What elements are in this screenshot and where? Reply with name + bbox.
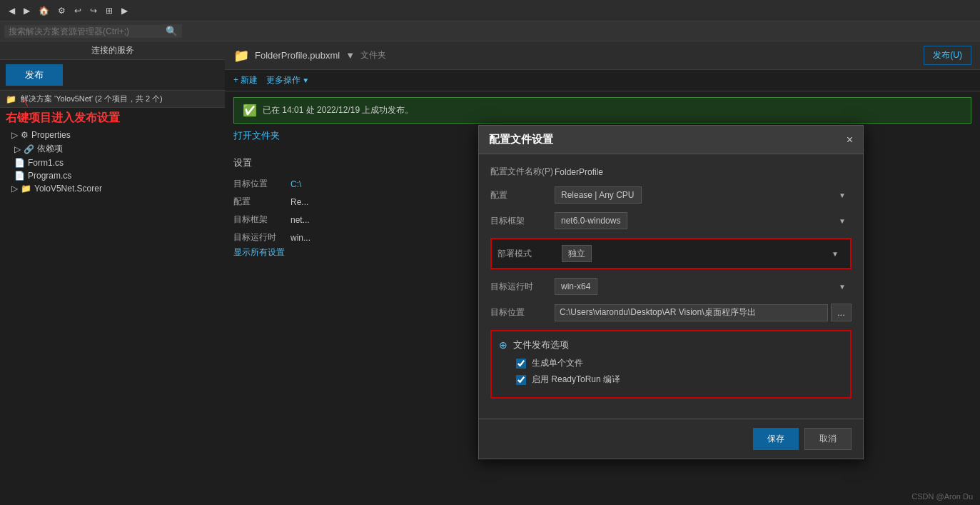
- field-target-runtime: 目标运行时 win-x64: [490, 278, 852, 295]
- success-message: 已在 14:01 处 2022/12/19 上成功发布。: [263, 104, 413, 116]
- label-target-location: 目标位置: [490, 306, 555, 319]
- tree-item-scorer[interactable]: ▷ 📁 YoloV5Net.Scorer: [0, 182, 225, 195]
- select-runtime[interactable]: win-x64: [555, 278, 597, 295]
- dialog-titlebar: 配置文件设置 ×: [479, 126, 863, 154]
- arrow-icon: ▷: [11, 184, 18, 194]
- arrow-icon: ▷: [14, 144, 21, 154]
- checkbox-row-readytorun: 启用 ReadyToRun 编译: [499, 374, 843, 386]
- solution-explorer-header: 📁 解决方案 'Yolov5Net' (2 个项目，共 2 个): [0, 91, 225, 108]
- annotation-text: 右键项目进入发布设置: [0, 108, 225, 129]
- dialog-close-button[interactable]: ×: [847, 134, 853, 146]
- top-publish-button[interactable]: 发布(U): [924, 46, 971, 65]
- dialog-footer: 保存 取消: [479, 419, 863, 459]
- highlighted-deploy-section: 部署模式 独立: [490, 238, 852, 269]
- action-bar: + 新建 更多操作 ▼: [225, 70, 980, 91]
- select-wrapper-config: Release | Any CPU: [555, 186, 852, 204]
- toolbar-redo[interactable]: ↪: [87, 4, 100, 17]
- setting-value-config: Re...: [291, 197, 308, 207]
- tree-item-program[interactable]: 📄 Program.cs: [0, 169, 225, 182]
- filename-dropdown[interactable]: ▼: [345, 50, 355, 61]
- success-icon: ✅: [243, 104, 257, 117]
- more-actions-button[interactable]: 更多操作 ▼: [266, 74, 309, 86]
- toolbar-settings[interactable]: ⚙: [55, 4, 69, 17]
- search-button[interactable]: 🔍: [161, 24, 182, 38]
- setting-label-framework: 目标框架: [233, 214, 291, 226]
- label-readytorun: 启用 ReadyToRun 编译: [532, 374, 620, 386]
- left-panel: 连接的服务 发布 📁 解决方案 'Yolov5Net' (2 个项目，共 2 个…: [0, 41, 225, 505]
- more-actions-label: 更多操作: [266, 74, 300, 86]
- setting-value-framework: net...: [291, 215, 310, 225]
- label-deploy-mode: 部署模式: [497, 248, 562, 260]
- more-actions-chevron: ▼: [302, 76, 309, 84]
- dep-icon: 🔗: [24, 144, 34, 154]
- solution-icon: 📁: [6, 94, 16, 104]
- label-config: 配置: [490, 189, 555, 201]
- tree-item-form1[interactable]: 📄 Form1.cs: [0, 156, 225, 169]
- scorer-label: YoloV5Net.Scorer: [34, 184, 102, 194]
- dialog-body: 配置文件名称(P) FolderProfile 配置 Release | Any…: [479, 154, 863, 419]
- dep-label: 依赖项: [37, 143, 63, 155]
- properties-icon: ⚙: [21, 130, 29, 140]
- show-all-settings-link[interactable]: 显示所有设置: [233, 244, 285, 260]
- setting-value-runtime: win...: [291, 233, 310, 243]
- field-deploy-mode: 部署模式 独立: [497, 245, 844, 262]
- arrow-icon: ▷: [11, 130, 18, 140]
- setting-label-location: 目标位置: [233, 178, 291, 190]
- scorer-icon: 📁: [21, 184, 31, 194]
- toolbar-home[interactable]: 🏠: [36, 4, 52, 17]
- tree-item-dependencies[interactable]: ▷ 🔗 依赖项: [0, 141, 225, 156]
- publish-tab-button[interactable]: 发布: [6, 64, 63, 86]
- label-target-runtime: 目标运行时: [490, 281, 555, 293]
- select-config[interactable]: Release | Any CPU: [555, 186, 642, 204]
- toolbar-undo[interactable]: ↩: [71, 4, 84, 17]
- toolbar-forward[interactable]: ▶: [21, 4, 33, 17]
- search-input[interactable]: [4, 25, 161, 38]
- select-framework[interactable]: net6.0-windows: [555, 212, 627, 229]
- checkbox-single-file[interactable]: [516, 359, 526, 369]
- file-subtitle: 文件夹: [360, 49, 386, 61]
- success-banner: ✅ 已在 14:01 处 2022/12/19 上成功发布。: [233, 97, 971, 124]
- file-publish-options: ⊕ 文件发布选项 生成单个文件 启用 ReadyToRun 编译: [490, 330, 852, 399]
- open-folder-link[interactable]: 打开文件夹: [233, 130, 280, 141]
- field-config: 配置 Release | Any CPU: [490, 186, 852, 204]
- select-deploy[interactable]: 独立: [562, 245, 592, 262]
- label-target-framework: 目标框架: [490, 215, 555, 227]
- field-profile-name: 配置文件名称(P) FolderProfile: [490, 166, 852, 178]
- config-dialog: 配置文件设置 × 配置文件名称(P) FolderProfile 配置 Rele…: [478, 125, 864, 459]
- save-button[interactable]: 保存: [753, 428, 799, 450]
- select-wrapper-deploy: 独立: [562, 245, 844, 262]
- input-target-location[interactable]: [555, 304, 828, 321]
- solution-tree: ▷ ⚙ Properties ▷ 🔗 依赖项 📄 Form1.cs 📄 Prog…: [0, 129, 225, 505]
- label-profile-name: 配置文件名称(P): [490, 166, 555, 178]
- cancel-button[interactable]: 取消: [804, 428, 852, 450]
- expand-icon[interactable]: ⊕: [499, 339, 507, 351]
- tree-item-properties[interactable]: ▷ ⚙ Properties: [0, 129, 225, 141]
- setting-label-config: 配置: [233, 196, 291, 208]
- cs-icon: 📄: [14, 171, 25, 181]
- search-bar: 🔍: [0, 21, 980, 41]
- field-target-location: 目标位置 ...: [490, 304, 852, 321]
- file-options-header: ⊕ 文件发布选项: [499, 339, 843, 351]
- checkbox-row-single-file: 生成单个文件: [499, 357, 843, 369]
- top-toolbar: ◀ ▶ 🏠 ⚙ ↩ ↪ ⊞ ▶: [0, 0, 980, 21]
- solution-title: 解决方案 'Yolov5Net' (2 个项目，共 2 个): [21, 94, 163, 104]
- new-button[interactable]: + 新建: [233, 74, 258, 86]
- select-wrapper-runtime: win-x64: [555, 278, 852, 295]
- checkbox-readytorun[interactable]: [516, 375, 526, 385]
- toolbar-grid[interactable]: ⊞: [103, 4, 116, 17]
- setting-value-location: C:\: [291, 179, 301, 189]
- field-target-framework: 目标框架 net6.0-windows: [490, 212, 852, 229]
- watermark: CSDN @Aron Du: [911, 492, 973, 501]
- form1-icon: 📄: [14, 158, 25, 168]
- label-single-file: 生成单个文件: [532, 357, 583, 369]
- connected-services-label: 连接的服务: [91, 45, 134, 55]
- dialog-title: 配置文件设置: [489, 133, 553, 146]
- form1-label: Form1.cs: [28, 158, 64, 168]
- toolbar-run[interactable]: ▶: [118, 4, 131, 17]
- file-options-title: 文件发布选项: [513, 339, 569, 351]
- file-header: 📁 FolderProfile.pubxml ▼ 文件夹 发布(U): [225, 41, 980, 70]
- properties-label: Properties: [31, 130, 71, 140]
- browse-button[interactable]: ...: [831, 304, 852, 321]
- toolbar-back[interactable]: ◀: [6, 4, 18, 17]
- select-wrapper-framework: net6.0-windows: [555, 212, 852, 229]
